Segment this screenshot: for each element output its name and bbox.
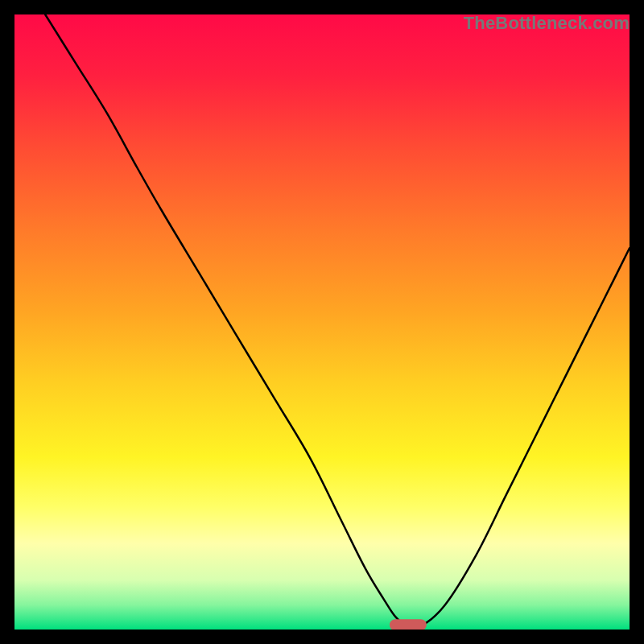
bottleneck-chart (14, 14, 630, 630)
optimal-marker (390, 619, 427, 630)
chart-background (14, 14, 630, 630)
chart-frame: TheBottleneck.com (14, 14, 630, 630)
watermark-label: TheBottleneck.com (464, 13, 630, 34)
